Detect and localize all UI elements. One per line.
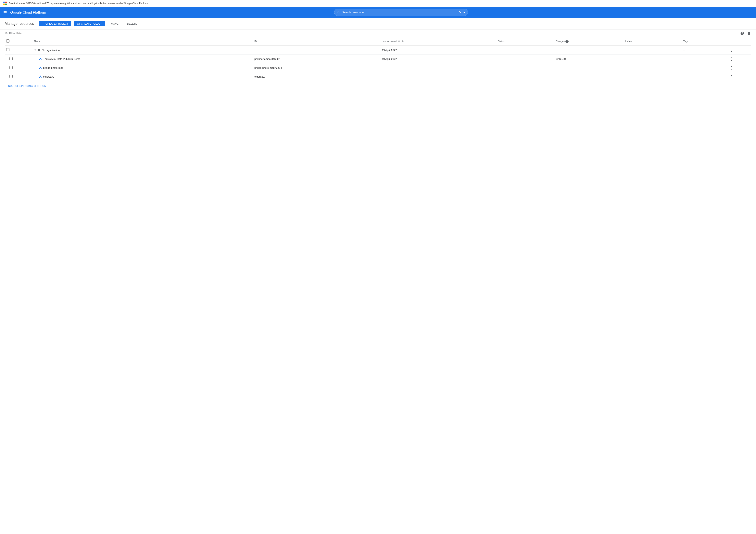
filter-icon	[5, 32, 8, 35]
project-charges-3	[554, 72, 624, 81]
svg-rect-3	[5, 4, 7, 5]
project-icon-3	[39, 75, 42, 78]
move-button[interactable]: MOVE	[108, 21, 121, 26]
search-clear-icon[interactable]: ✕	[459, 10, 462, 14]
sort-filter-icon	[398, 40, 400, 43]
org-status	[496, 46, 554, 55]
svg-point-14	[40, 76, 41, 77]
col-header-name: Name	[34, 40, 40, 43]
svg-line-17	[40, 77, 40, 77]
col-header-labels: Labels	[625, 40, 632, 43]
table-container: Name ID Last accessed Status	[0, 37, 756, 81]
col-header-last-accessed[interactable]: Last accessed	[382, 40, 495, 43]
project-icon-1	[39, 57, 42, 61]
trial-icon	[3, 2, 7, 5]
org-charges	[554, 46, 624, 55]
pending-deletion-section: RESOURCES PENDING DELETION	[0, 81, 756, 91]
svg-point-15	[39, 77, 40, 78]
svg-point-6	[41, 59, 41, 60]
select-all-checkbox[interactable]	[6, 40, 10, 42]
project-labels-3	[624, 72, 682, 81]
filter-bar: Filter	[0, 30, 756, 37]
svg-point-9	[40, 67, 41, 68]
charges-info-icon[interactable]: ?	[565, 40, 569, 43]
table-row: ctdproxy0 ctdproxy0 – – ⋮	[5, 72, 751, 81]
col-header-id: ID	[255, 40, 257, 43]
project-id-3: ctdproxy0	[253, 72, 380, 81]
project-name-cell-2: bridge-photo-map	[34, 66, 251, 69]
svg-line-13	[40, 68, 41, 68]
col-header-status: Status	[498, 40, 504, 43]
org-tags: –	[682, 46, 728, 55]
project-tags-2: –	[682, 64, 728, 72]
page-title: Manage resources	[5, 22, 34, 26]
project-status-3	[496, 72, 554, 81]
create-folder-button[interactable]: CREATE FOLDER	[74, 21, 105, 26]
filter-left: Filter	[5, 32, 51, 35]
project-last-accessed-2: –	[380, 64, 496, 72]
svg-line-18	[40, 77, 41, 77]
filter-right	[740, 31, 751, 35]
project-last-accessed-3: –	[380, 72, 496, 81]
svg-rect-2	[3, 4, 5, 5]
project-id-1: pristine-tempo-346302	[253, 55, 380, 64]
table-row: ▼ No organization 19 April 2022 – ⋮	[5, 46, 751, 55]
svg-point-11	[41, 68, 41, 69]
project-name-2: bridge-photo-map	[43, 67, 64, 69]
trial-banner: Free trial status: $375.50 credit and 76…	[0, 0, 756, 7]
row-checkbox-2[interactable]	[10, 66, 13, 69]
project-name-cell-1: Thuy's Mux Data Pub Sub Demo	[34, 57, 251, 61]
org-id	[253, 46, 380, 55]
expand-icon[interactable]: ▼	[34, 49, 36, 51]
row-more-icon-2[interactable]: ⋮	[730, 66, 734, 70]
org-icon	[38, 48, 40, 52]
filter-label: Filter	[9, 32, 15, 35]
project-name-3: ctdproxy0	[43, 75, 54, 78]
project-charges-1: CA$0.00	[554, 55, 624, 64]
project-charges-2	[554, 64, 624, 72]
svg-rect-1	[5, 2, 7, 3]
project-tags-3: –	[682, 72, 728, 81]
pending-deletion-link[interactable]: RESOURCES PENDING DELETION	[5, 85, 46, 88]
search-expand-icon[interactable]: ▾	[463, 10, 465, 14]
row-more-icon-1[interactable]: ⋮	[730, 57, 734, 61]
project-id-2: bridge-photo-map-f2a84	[253, 64, 380, 72]
table-row: bridge-photo-map bridge-photo-map-f2a84 …	[5, 64, 751, 72]
svg-point-10	[39, 68, 40, 69]
row-checkbox-3[interactable]	[10, 75, 13, 78]
col-header-tags: Tags	[683, 40, 688, 43]
page-header: Manage resources CREATE PROJECT CREATE F…	[0, 18, 756, 30]
menu-icon[interactable]	[3, 11, 7, 14]
project-labels-1	[624, 55, 682, 64]
navbar: Google Cloud Platform ✕ ▾	[0, 7, 756, 18]
project-icon-2	[39, 66, 42, 69]
svg-line-7	[40, 59, 40, 59]
create-project-button[interactable]: CREATE PROJECT	[39, 21, 71, 26]
trial-banner-text: Free trial status: $375.50 credit and 76…	[9, 2, 148, 5]
help-icon-button[interactable]	[740, 31, 744, 35]
search-bar[interactable]: ✕ ▾	[334, 9, 468, 16]
org-name: No organization	[42, 49, 60, 52]
app-title: Google Cloud Platform	[10, 11, 46, 14]
sort-down-icon	[401, 40, 404, 43]
project-name-cell-3: ctdproxy0	[34, 75, 251, 78]
delete-button[interactable]: DELETE	[124, 21, 140, 26]
project-tags-1: –	[682, 55, 728, 64]
row-more-icon-0[interactable]: ⋮	[730, 48, 734, 52]
project-status-1	[496, 55, 554, 64]
search-input[interactable]	[342, 11, 457, 14]
table-row: Thuy's Mux Data Pub Sub Demo pristine-te…	[5, 55, 751, 64]
project-last-accessed-1: 19 April 2022	[380, 55, 496, 64]
svg-point-5	[39, 59, 40, 60]
row-more-icon-3[interactable]: ⋮	[730, 74, 734, 79]
project-status-2	[496, 64, 554, 72]
row-checkbox-1[interactable]	[10, 57, 13, 60]
col-header-charges: Charges ?	[556, 40, 622, 43]
svg-line-8	[40, 59, 41, 59]
filter-input[interactable]	[16, 32, 51, 35]
columns-icon-button[interactable]	[747, 31, 751, 35]
row-checkbox-0[interactable]	[6, 48, 10, 51]
svg-point-4	[40, 58, 41, 59]
org-name-cell: ▼ No organization	[34, 48, 251, 52]
svg-point-16	[41, 77, 41, 78]
